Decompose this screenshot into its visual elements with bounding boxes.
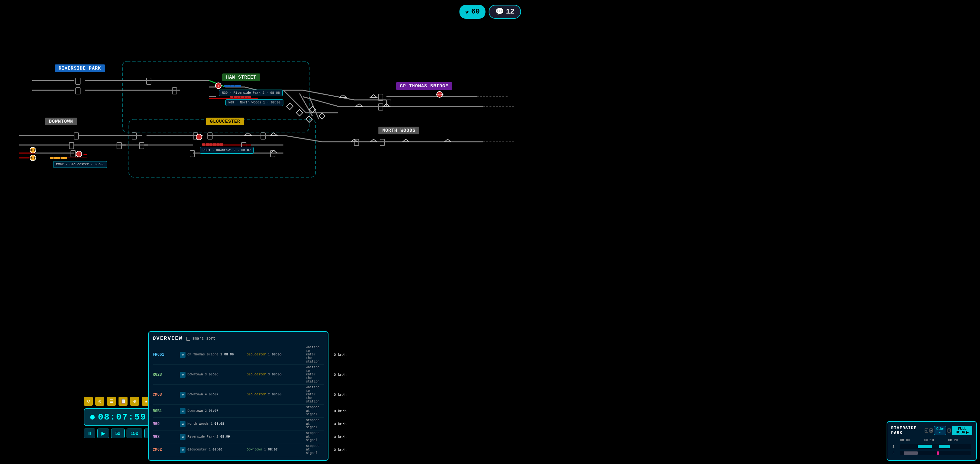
overview-row-rg23[interactable]: RG23 ⇄ Downtown 3 08:06 Gloucester 3 08:…	[153, 365, 324, 385]
svg-marker-78	[371, 95, 377, 97]
overview-row-fr661[interactable]: FR661 ⇄ CP Thomas Bridge 1 08:06 Glouces…	[153, 345, 324, 365]
speed: 0 km/h	[321, 393, 347, 397]
overview-row-cm63[interactable]: CM63 ⇄ Downtown 4 08:07 Gloucester 2 08:…	[153, 385, 324, 405]
smart-sort[interactable]: smart sort	[186, 336, 215, 341]
speed: 0 km/h	[321, 422, 347, 426]
train-token-downtown-3[interactable]: !	[76, 151, 82, 157]
overview-row-ng9[interactable]: NG9 ⇄ North Woods 1 08:08 stopped at sig…	[153, 418, 324, 431]
train-token-hamstreet[interactable]: !	[215, 83, 221, 89]
overview-panel: Overview smart sort FR661 ⇄ CP Thomas Br…	[148, 331, 328, 461]
svg-rect-10	[146, 78, 151, 85]
svg-rect-44	[69, 142, 74, 149]
route-icon: ⇄	[180, 421, 186, 427]
svg-rect-61	[261, 133, 266, 139]
icon-5[interactable]: ⚙	[130, 397, 139, 406]
timetable-track-1: 1	[891, 443, 972, 450]
svg-line-20	[303, 90, 354, 100]
speed-5x[interactable]: 5x	[111, 429, 125, 438]
train-id: CM62	[153, 448, 178, 452]
station-ham-street[interactable]: Ham Street	[222, 73, 260, 81]
info-popup-cm62: CM62 · Gloucester · 08:06	[53, 161, 107, 168]
status: waiting to enter the station	[306, 366, 320, 383]
svg-marker-92	[319, 113, 325, 119]
dest1: Downtown 2 08:07	[188, 409, 245, 413]
station-gloucester[interactable]: Gloucester	[206, 118, 244, 125]
svg-marker-79	[383, 104, 390, 106]
dest2: Gloucester 1 08:06	[247, 353, 305, 356]
dest1: Downtown 4 08:07	[188, 393, 245, 396]
overview-rows: FR661 ⇄ CP Thomas Bridge 1 08:06 Glouces…	[153, 345, 324, 456]
timetable-controls: ⚙ ⊞ Color ▾ i FULL HOUR ▶	[924, 426, 972, 435]
route-icon: ⇄	[180, 372, 186, 378]
icon-2[interactable]: ◎	[95, 397, 104, 406]
train-id: CM63	[153, 392, 178, 397]
info-icon[interactable]: i	[948, 428, 951, 433]
chat-badge[interactable]: 💬 12	[489, 5, 521, 19]
status: stopped at signal	[306, 432, 320, 442]
train-token-downtown-2[interactable]: 08:59	[30, 155, 36, 161]
icon-1[interactable]: ⟲	[84, 397, 93, 406]
status: waiting to enter the station	[306, 386, 320, 403]
svg-rect-8	[76, 88, 80, 94]
train-block-4[interactable]	[937, 451, 939, 454]
play-button[interactable]: ▶	[97, 429, 109, 438]
station-riverside-park[interactable]: Riverside Park	[55, 64, 105, 72]
svg-marker-91	[309, 106, 316, 113]
color-button[interactable]: Color ▾	[934, 426, 946, 435]
svg-line-22	[303, 97, 338, 106]
track-map	[0, 0, 980, 322]
train-token-gloucester[interactable]: !	[196, 134, 202, 140]
overview-row-cm62[interactable]: CM62 ⇄ Gloucester 1 08:06 Downtown 1 08:…	[153, 443, 324, 456]
svg-rect-31	[387, 100, 391, 106]
settings-icon[interactable]: ⚙	[924, 428, 928, 433]
train-token-downtown-1[interactable]: 08:59	[30, 147, 36, 153]
svg-marker-85	[270, 133, 277, 136]
status: waiting to enter the station	[306, 346, 320, 364]
svg-marker-90	[306, 116, 312, 123]
train-block-2[interactable]	[939, 445, 950, 448]
speed: 0 km/h	[321, 353, 347, 357]
train-id: FR661	[153, 352, 178, 357]
svg-rect-46	[117, 142, 121, 149]
svg-rect-53	[71, 150, 75, 157]
overview-row-rgb1[interactable]: RGB1 ⇄ Downtown 2 08:07 stopped at signa…	[153, 405, 324, 418]
consist-gloucester	[202, 144, 223, 146]
expand-icon[interactable]: ⊞	[929, 428, 933, 433]
station-north-woods[interactable]: North Woods	[379, 127, 419, 134]
overview-row-ng8[interactable]: NG8 ⇄ Riverside Park 2 08:09 stopped at …	[153, 431, 324, 443]
train-block-3[interactable]	[904, 451, 918, 454]
icon-4[interactable]: 📋	[119, 397, 127, 406]
timetable-header: Riverside Park ⚙ ⊞ Color ▾ i FULL HOUR ▶	[891, 426, 972, 435]
train-token-cp-thomas[interactable]: 08:09	[436, 91, 443, 97]
track-1-bar	[900, 444, 971, 449]
score-badge[interactable]: ★ 60	[459, 5, 486, 19]
dest1: Riverside Park 2 08:09	[188, 435, 245, 438]
svg-line-26	[309, 97, 319, 119]
train-id: RGB1	[153, 409, 178, 413]
speed: 0 km/h	[321, 409, 347, 413]
train-id: RG23	[153, 373, 178, 377]
station-downtown[interactable]: Downtown	[45, 118, 77, 125]
station-cp-thomas-bridge[interactable]: CP Thomas Bridge	[396, 82, 452, 90]
svg-line-25	[299, 93, 312, 116]
full-hour-button[interactable]: FULL HOUR ▶	[952, 426, 972, 435]
speed-15x[interactable]: 15x	[127, 429, 142, 438]
svg-rect-71	[354, 139, 359, 146]
info-popup-n09-nw: N09 · North Woods 1 · 08:08	[226, 99, 283, 106]
timetable-station-name: Riverside Park	[891, 426, 923, 435]
track-2-bar	[900, 451, 971, 455]
train-block-1[interactable]	[918, 445, 932, 448]
icon-3[interactable]: ☰	[107, 397, 116, 406]
svg-marker-83	[444, 139, 451, 142]
star-icon: ★	[465, 7, 469, 16]
svg-rect-29	[379, 94, 383, 100]
status: stopped at signal	[306, 419, 320, 429]
svg-marker-84	[245, 133, 251, 136]
pause-button[interactable]: ⏸	[84, 429, 95, 438]
status: stopped at signal	[306, 444, 320, 455]
svg-rect-59	[208, 133, 212, 139]
chat-icon: 💬	[495, 7, 504, 16]
route-icon: ⇄	[180, 434, 186, 440]
info-popup-ng9: NG9 · Riverside Park 2 · 08:08	[219, 89, 283, 96]
svg-rect-66	[190, 150, 194, 157]
